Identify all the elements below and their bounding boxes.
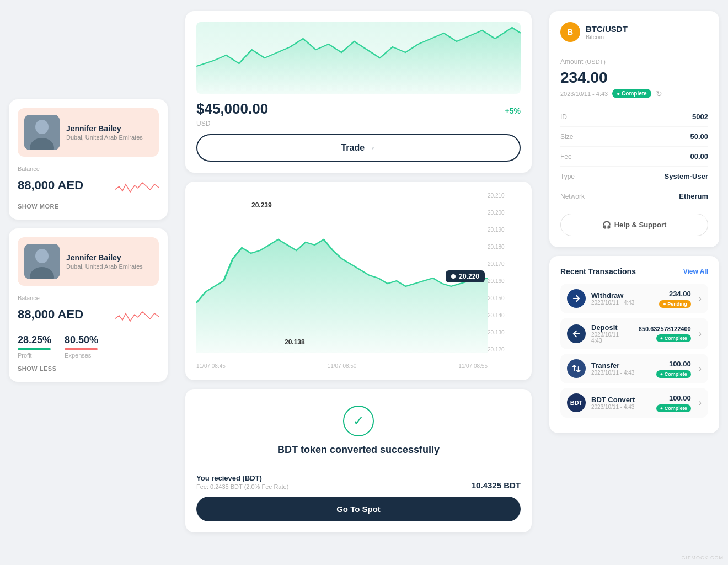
trade-card: $45,000.00 +5% USD Trade → [185,11,532,173]
type-value: System-User [665,172,709,180]
tx-name-deposit: Deposit [591,323,633,332]
show-more-button[interactable]: SHOW MORE [18,203,59,210]
balance-amount-2: 88,000 AED [18,307,83,322]
detail-row-fee: Fee 00.00 [560,147,708,167]
headphone-icon: 🎧 [602,221,611,229]
tx-item-bdt: BDT BDT Convert 2023/10/11 - 4:43 100.00… [560,388,708,418]
tx-info-withdraw: Withdraw 2023/10/11 - 4:43 [591,291,654,306]
chart-yaxis: 20.210 20.200 20.190 20.180 20.170 20.16… [488,193,521,353]
user-card-2: Jennifer Bailey Dubai, United Arab Emira… [9,228,168,382]
expenses-label: Expenses [65,352,98,359]
tx-date-transfer: 2023/10/11 - 4:43 [591,370,651,376]
tx-badge-bdt: ● Complete [656,404,691,412]
tx-date-bdt: 2023/10/11 - 4:43 [591,404,651,410]
candlestick-chart: 20.210 20.200 20.190 20.180 20.170 20.16… [196,193,521,369]
user-location-1: Dubai, United Arab Emirates [66,134,143,141]
tx-arrow-withdraw: › [699,294,702,303]
price-row: $45,000.00 +5% [196,100,521,118]
balance-row-2: 88,000 AED [18,303,159,326]
amount-big: 234.00 [560,69,708,87]
size-label: Size [560,133,573,141]
chart-current-badge: 20.220 [446,270,485,282]
received-row: You recieved (BDT) Fee: 0.2435 BDT (2.0%… [196,467,521,490]
trade-chart [196,22,521,94]
coin-icon: B [560,22,580,42]
received-label: You recieved (BDT) [196,474,288,482]
detail-row-id: ID 5002 [560,107,708,127]
user-info-2: Jennifer Bailey Dubai, United Arab Emira… [66,253,143,270]
view-all-button[interactable]: View All [683,268,708,275]
tx-date-deposit: 2023/10/11 - 4:43 [591,332,633,344]
tx-right-transfer: 100.00 ● Complete [656,360,691,378]
success-card: ✓ BDT token converted successfully You r… [185,389,532,532]
coin-header: B BTC/USDT Bitcoin [560,22,708,50]
recent-header: Recent Transactions View All [560,267,708,276]
tx-info-bdt: BDT Convert 2023/10/11 - 4:43 [591,396,651,410]
trade-button[interactable]: Trade → [196,134,521,162]
expenses-bar [65,348,98,350]
tx-item-deposit: Deposit 2023/10/11 - 4:43 650.6325781224… [560,318,708,349]
right-column: B BTC/USDT Bitcoin Amount (USDT) 234.00 … [540,0,728,565]
chart-high-label: 20.239 [251,201,272,209]
tx-info-deposit: Deposit 2023/10/11 - 4:43 [591,323,633,344]
success-title: BDT token converted successfully [277,444,440,456]
fee-value: 00.00 [690,152,708,161]
network-label: Network [560,193,585,200]
middle-column: $45,000.00 +5% USD Trade → [176,0,540,565]
network-value: Etherum [679,192,708,200]
expenses-value: 80.50% [65,334,98,346]
profit-label: Profit [18,352,51,359]
tx-date-withdraw: 2023/10/11 - 4:43 [591,300,654,306]
tx-item-withdraw: Withdraw 2023/10/11 - 4:43 234.00 ● Pend… [560,284,708,313]
candlestick-card: 20.210 20.200 20.190 20.180 20.170 20.16… [185,182,532,380]
tx-badge-deposit: ● Complete [656,334,691,342]
watermark: GIFMOCK.COM [682,555,724,561]
user-info-1: Jennifer Bailey Dubai, United Arab Emira… [66,124,143,141]
user-card-header-1: Jennifer Bailey Dubai, United Arab Emira… [18,108,159,157]
user-card-1: Jennifer Bailey Dubai, United Arab Emira… [9,99,168,220]
tx-right-deposit: 650.632578122400 ● Complete [639,326,691,342]
tx-amount-withdraw: 234.00 [669,290,691,298]
type-label: Type [560,173,575,180]
detail-row-network: Network Etherum [560,186,708,206]
trade-button-label: Trade → [341,143,376,153]
tx-amount-transfer: 100.00 [669,360,691,368]
stats-row: 28.25% Profit 80.50% Expenses [18,334,159,359]
trade-change: +5% [505,106,521,115]
received-info: You recieved (BDT) Fee: 0.2435 BDT (2.0%… [196,474,288,490]
detail-row-type: Type System-User [560,167,708,186]
profit-stat: 28.25% Profit [18,334,51,359]
amount-meta: 2023/10/11 - 4:43 ● Complete ↻ [560,89,708,98]
profit-bar [18,348,51,350]
user-card-header-2: Jennifer Bailey Dubai, United Arab Emira… [18,237,159,286]
show-less-button[interactable]: SHOW LESS [18,365,57,372]
coin-info: BTC/USDT Bitcoin [586,24,628,40]
tx-badge-withdraw: ● Pending [659,300,690,308]
balance-label-2: Balance [18,295,159,301]
coin-pair: BTC/USDT [586,24,628,34]
tx-name-bdt: BDT Convert [591,396,651,404]
goto-spot-button[interactable]: Go To Spot [196,497,521,521]
id-label: ID [560,113,567,121]
svg-point-1 [35,120,49,134]
mini-chart-2 [115,303,159,326]
user-name-2: Jennifer Bailey [66,253,143,262]
help-support-button[interactable]: 🎧 Help & Support [560,214,708,236]
help-support-label: Help & Support [614,221,667,229]
tx-icon-withdraw [567,289,586,308]
balance-row-1: 88,000 AED [18,174,159,196]
chart-low-label: 20.138 [285,338,305,346]
tx-name-withdraw: Withdraw [591,291,654,300]
tx-arrow-transfer: › [699,364,702,374]
detail-row-size: Size 50.00 [560,127,708,147]
refresh-icon[interactable]: ↻ [656,89,662,98]
avatar-2 [24,244,60,279]
tx-amount-deposit: 650.632578122400 [639,326,691,332]
profit-value: 28.25% [18,334,51,346]
fee-label: Fee [560,153,572,161]
avatar-1 [24,115,60,150]
tx-amount-bdt: 100.00 [669,394,691,402]
tx-name-transfer: Transfer [591,361,651,370]
left-column: Jennifer Bailey Dubai, United Arab Emira… [0,0,176,565]
tx-icon-transfer [567,359,586,378]
